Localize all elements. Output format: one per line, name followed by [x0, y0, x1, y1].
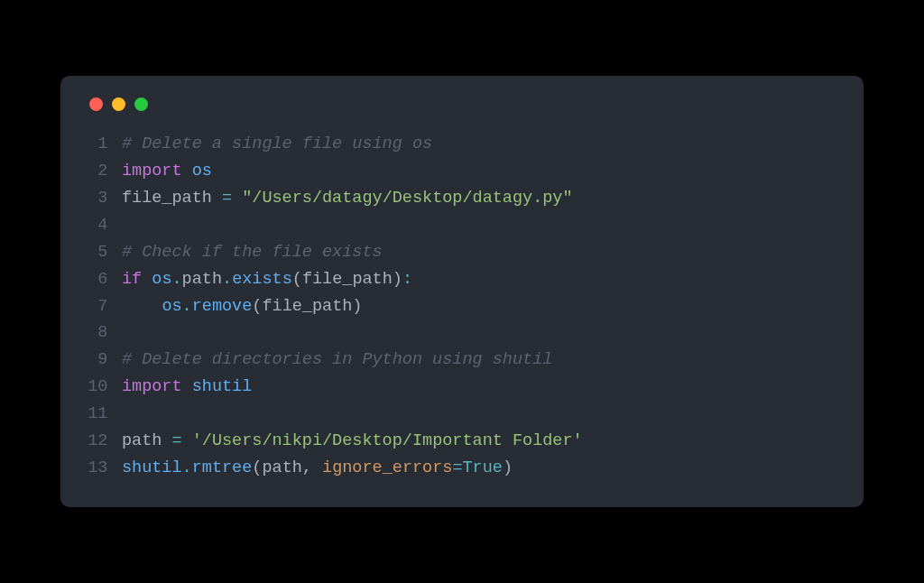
token-c: path — [182, 270, 222, 289]
line-content: # Delete directories in Python using shu… — [122, 347, 552, 374]
token-c: path — [262, 458, 301, 477]
code-line: 9# Delete directories in Python using sh… — [86, 347, 838, 374]
token-nm: os — [162, 297, 181, 316]
token-c: path — [122, 431, 172, 450]
line-content: shutil.rmtree(path, ignore_errors=True) — [122, 455, 513, 482]
token-st: "/Users/datagy/Desktop/datagy.py" — [242, 189, 572, 208]
token-c — [182, 162, 192, 180]
line-number: 8 — [86, 319, 107, 347]
token-c: file_path — [262, 297, 352, 316]
token-c — [142, 270, 152, 289]
token-c: , — [302, 458, 322, 477]
line-number: 1 — [86, 131, 107, 158]
line-number: 9 — [86, 347, 107, 374]
token-kw: import — [122, 377, 182, 396]
token-nm: shutil — [122, 458, 182, 477]
line-content: file_path = "/Users/datagy/Desktop/datag… — [122, 185, 573, 212]
token-cm: # Delete a single file using os — [122, 134, 432, 153]
token-cm: # Check if the file exists — [122, 243, 383, 262]
token-c: ) — [352, 297, 362, 316]
line-number: 3 — [86, 185, 107, 212]
token-op: . — [222, 270, 232, 289]
close-icon[interactable] — [89, 97, 103, 111]
token-pa: ignore_errors — [322, 458, 452, 477]
token-c: file_path — [302, 270, 393, 289]
token-nm: exists — [232, 270, 292, 289]
token-kw: if — [122, 270, 142, 289]
code-line: 6if os.path.exists(file_path): — [86, 266, 838, 293]
token-op: . — [182, 297, 192, 316]
code-window: 1# Delete a single file using os2import … — [60, 76, 864, 508]
line-content: if os.path.exists(file_path): — [122, 266, 412, 293]
token-c — [232, 189, 242, 208]
line-number: 10 — [86, 374, 107, 401]
line-number: 11 — [86, 401, 107, 428]
line-number: 13 — [86, 455, 107, 482]
line-content: import shutil — [122, 374, 252, 401]
token-bl: True — [463, 458, 503, 477]
token-nm: os — [152, 270, 171, 289]
line-content: os.remove(file_path) — [122, 293, 363, 320]
token-op: . — [182, 458, 192, 477]
code-line: 12path = '/Users/nikpi/Desktop/Important… — [86, 428, 838, 455]
token-op: = — [452, 458, 462, 477]
code-line: 8 — [86, 319, 838, 347]
line-content: path = '/Users/nikpi/Desktop/Important F… — [122, 428, 583, 455]
line-number: 12 — [86, 428, 107, 455]
code-block: 1# Delete a single file using os2import … — [86, 131, 838, 483]
token-nm: shutil — [192, 377, 253, 396]
token-op: : — [402, 270, 412, 289]
code-line: 1# Delete a single file using os — [86, 131, 838, 158]
line-number: 4 — [86, 212, 107, 239]
token-c: ( — [252, 458, 262, 477]
token-c: ( — [252, 297, 262, 316]
code-line: 3file_path = "/Users/datagy/Desktop/data… — [86, 185, 838, 212]
token-c — [182, 431, 192, 450]
token-c: ) — [393, 270, 402, 289]
token-op: = — [222, 189, 232, 208]
maximize-icon[interactable] — [134, 97, 148, 111]
token-kw: import — [122, 162, 182, 180]
code-line: 2import os — [86, 158, 838, 185]
minimize-icon[interactable] — [112, 97, 125, 111]
token-c: file_path — [122, 189, 222, 208]
token-c: ) — [503, 458, 513, 477]
token-c: ( — [292, 270, 302, 289]
code-line: 11 — [86, 401, 838, 428]
token-op: = — [171, 431, 181, 450]
token-nm: rmtree — [192, 458, 253, 477]
code-line: 5# Check if the file exists — [86, 239, 838, 266]
code-line: 7 os.remove(file_path) — [86, 293, 838, 320]
code-line: 13shutil.rmtree(path, ignore_errors=True… — [86, 455, 838, 482]
token-cm: # Delete directories in Python using shu… — [122, 350, 552, 369]
line-number: 5 — [86, 239, 107, 266]
line-content: import os — [122, 158, 212, 185]
token-c — [122, 297, 162, 316]
token-nm: remove — [192, 297, 253, 316]
code-line: 10import shutil — [86, 374, 838, 401]
token-op: . — [172, 270, 182, 289]
line-content: # Check if the file exists — [122, 239, 383, 266]
token-nm: os — [192, 162, 212, 180]
token-st: '/Users/nikpi/Desktop/Important Folder' — [192, 431, 583, 450]
line-content: # Delete a single file using os — [122, 131, 432, 158]
line-number: 2 — [86, 158, 107, 185]
window-titlebar — [86, 97, 838, 111]
line-number: 6 — [86, 266, 107, 293]
line-number: 7 — [86, 293, 107, 320]
code-line: 4 — [86, 212, 838, 239]
token-c — [182, 377, 192, 396]
